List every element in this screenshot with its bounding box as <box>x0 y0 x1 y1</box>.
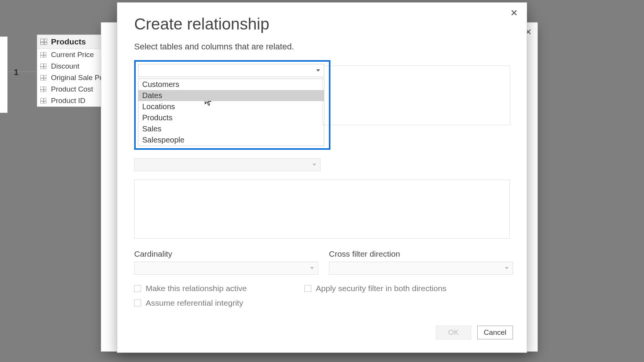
apply-security-label: Apply security filter in both directions <box>316 284 447 293</box>
model-node-left <box>0 36 8 113</box>
close-icon[interactable]: ✕ <box>508 7 520 19</box>
column-icon <box>40 52 46 57</box>
field-label: Product ID <box>51 97 85 105</box>
column-icon <box>40 98 46 103</box>
dialog-title: Create relationship <box>134 15 513 33</box>
products-table-title: Products <box>51 37 86 46</box>
make-active-label: Make this relationship active <box>146 284 247 293</box>
field-label: Current Price <box>51 51 94 59</box>
dialog-subtitle: Select tables and columns that are relat… <box>134 42 513 52</box>
cancel-button[interactable]: Cancel <box>477 326 513 339</box>
dropdown-item-customers[interactable]: Customers <box>138 79 324 90</box>
ok-button[interactable]: OK <box>436 326 471 339</box>
cardinality-one-label: 1 <box>14 67 18 77</box>
relationship-connector <box>8 71 37 72</box>
apply-security-checkbox[interactable]: Apply security filter in both directions <box>304 284 447 293</box>
table1-dropdown-list: Customers Dates Locations Products Sales… <box>138 79 324 146</box>
field-label: Product Cost <box>51 85 93 93</box>
table1-selector-highlight: Customers Dates Locations Products Sales… <box>134 60 330 150</box>
column-icon <box>40 64 46 69</box>
chevron-down-icon <box>316 69 320 72</box>
assume-referential-checkbox[interactable]: Assume referential integrity <box>134 298 243 308</box>
chevron-down-icon <box>310 267 314 269</box>
cardinality-combo[interactable] <box>134 262 318 275</box>
dropdown-item-products[interactable]: Products <box>138 112 324 123</box>
dropdown-item-locations[interactable]: Locations <box>138 101 324 112</box>
crossfilter-combo[interactable] <box>329 262 513 275</box>
crossfilter-label: Cross filter direction <box>329 249 513 259</box>
create-relationship-dialog: ✕ Create relationship Select tables and … <box>117 2 527 353</box>
make-active-checkbox[interactable]: Make this relationship active <box>134 284 247 293</box>
table2-combo[interactable] <box>134 158 320 171</box>
cardinality-label: Cardinality <box>134 249 318 259</box>
dropdown-item-dates[interactable]: Dates <box>138 90 324 101</box>
chevron-down-icon <box>505 267 509 269</box>
checkbox-icon <box>134 300 141 306</box>
dropdown-item-salespeople[interactable]: Salespeople <box>138 134 324 146</box>
table-icon <box>40 39 47 45</box>
column-icon <box>40 75 46 80</box>
checkbox-icon <box>134 285 141 292</box>
field-label: Discount <box>51 62 79 70</box>
column-icon <box>40 87 46 92</box>
table1-combo[interactable] <box>138 64 324 77</box>
dropdown-item-sales[interactable]: Sales <box>138 123 324 134</box>
checkbox-icon <box>304 285 311 292</box>
field-label: Original Sale Pri <box>51 74 104 82</box>
assume-referential-label: Assume referential integrity <box>146 298 243 308</box>
table2-preview-pane <box>134 180 510 239</box>
table1-preview-pane <box>322 66 510 125</box>
chevron-down-icon <box>312 164 316 166</box>
